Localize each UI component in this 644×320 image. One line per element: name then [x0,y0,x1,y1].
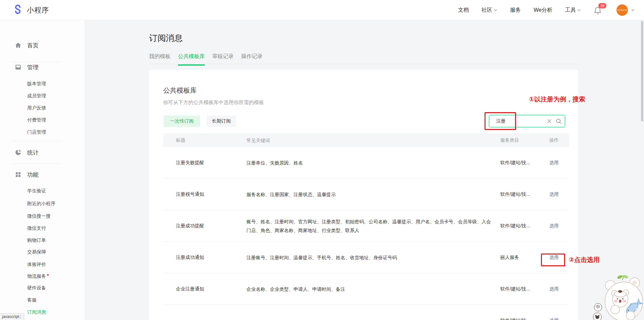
translate-plugin-button[interactable]: 中 [594,303,602,311]
sidebar-item-orders[interactable]: 购物订单 [0,235,85,245]
annotation-box-pick [541,254,565,266]
app-title: 小程序 [27,5,49,15]
tab-bar: 我的模板 公共模板库 审核记录 操作记录 [149,53,263,65]
bear-icon [595,315,600,319]
pick-template-link[interactable]: 选用 [549,223,559,228]
nav-item-services[interactable]: 服务 [510,7,521,14]
tab-my-templates[interactable]: 我的模板 [149,53,171,65]
pick-template-link[interactable]: 选用 [549,286,559,291]
card-subtitle: 你可从下方的公共模板库中选用你所需的模板 [163,99,264,106]
chevron-down-icon [494,9,497,11]
table-row: 注册成功提醒 账号、姓名、注册时间、官方网址、注册类型、初始密码、公司名称、温馨… [163,210,569,242]
account-menu-button[interactable]: NIUSHOP [616,4,635,16]
sidebar-item-version[interactable]: 版本管理 [0,79,85,89]
tab-public-library[interactable]: 公共模板库 [178,53,205,65]
sidebar-item-customer-service[interactable]: 客服 [0,295,85,305]
sidebar-item-stores[interactable]: 门店管理 [0,127,85,137]
table-header-row: 标题 常见关键词 服务类目 操作 [163,133,569,147]
sidebar-section-manage[interactable]: 管理 [0,62,85,72]
col-header-category: 服务类目 [500,137,549,143]
grid-icon [15,171,21,178]
sidebar-item-wechat-pay[interactable]: 微信支付 [0,223,85,233]
table-row: 注册失败提醒 注册单位、失败原因、姓名 软件/建站/技... 选用 [163,147,569,179]
sidebar-item-feedback[interactable]: 用户反馈 [0,103,85,113]
sidebar-section-stats[interactable]: 统计 [0,147,85,157]
pick-template-link[interactable]: 选用 [549,191,559,197]
clear-search-icon[interactable] [546,118,553,125]
sidebar-section-features[interactable]: 功能 [0,170,85,180]
archive-icon [15,64,21,71]
top-navbar: 小程序 文档 社区 服务 We分析 工具 39 NIUSHOP [0,0,644,20]
nav-item-community[interactable]: 社区 [481,7,497,14]
annotation-step1-text: ①以注册为例，搜索 [529,95,585,104]
vertical-scrollbar-thumb[interactable] [641,21,643,122]
nav-item-tools[interactable]: 工具 [565,7,581,14]
col-header-title: 标题 [163,137,246,143]
svg-text:6: 6 [635,306,641,316]
sidebar-item-logistics[interactable]: 物流服务 [0,271,85,281]
public-template-library-card: 公共模板库 你可从下方的公共模板库中选用你所需的模板 一次性订阅 长期订阅 标题… [149,70,578,320]
bear-plugin-button[interactable] [593,313,602,320]
tab-review-records[interactable]: 审核记录 [212,53,234,65]
notification-badge: 39 [598,3,606,8]
tab-operation-records[interactable]: 操作记录 [241,53,263,65]
col-header-action: 操作 [549,137,569,143]
table-row: 企业注册通知 企业名称、企业类型、申请人、申请时间、备注 软件/建站/技... … [163,273,569,305]
sidebar-item-experience-review[interactable]: 体验评价 [0,260,85,270]
sidebar-item-home[interactable]: 首页 [0,40,85,50]
mascot-illustration: 6 [600,275,644,320]
link-target-statusbar: javascript:; [0,313,24,320]
sidebar-divider [11,141,62,141]
annotation-box-search [485,112,516,130]
nav-item-weanalysis[interactable]: We分析 [534,7,552,14]
app-logo[interactable]: 小程序 [13,4,49,16]
pick-template-link[interactable]: 选用 [549,318,559,320]
avatar: NIUSHOP [616,4,628,16]
sidebar-item-payment[interactable]: 付费管理 [0,115,85,125]
nav-item-docs[interactable]: 文档 [458,7,469,14]
card-heading: 公共模板库 [163,86,197,95]
sidebar-item-nearby[interactable]: 附近的小程序 [0,199,85,209]
sidebar-divider [11,164,62,164]
sidebar-item-trade-guarantee[interactable]: 交易保障 [0,247,85,257]
miniprogram-logo-icon [13,4,23,16]
sidebar-item-members[interactable]: 成员管理 [0,91,85,101]
new-feature-dot [47,274,49,276]
chevron-down-icon [631,9,635,11]
home-icon [15,42,21,49]
sidebar-item-search[interactable]: 微信搜一搜 [0,211,85,221]
sidebar-item-hardware[interactable]: 硬件设备 [0,283,85,293]
pick-template-link[interactable]: 选用 [549,160,559,165]
filter-one-time-subscribe[interactable]: 一次性订阅 [164,116,200,127]
template-table: 标题 常见关键词 服务类目 操作 注册失败提醒 注册单位、失败原因、姓名 软件/… [163,133,569,320]
chevron-down-icon [578,9,581,11]
table-row: 注册税号通知 服务名称、注册国家、注册状态、温馨提示 软件/建站/技... 选用 [163,179,569,210]
pie-chart-icon [15,149,21,156]
notification-bell-button[interactable]: 39 [594,5,604,15]
col-header-keywords: 常见关键词 [246,136,500,145]
sidebar-item-student-verify[interactable]: 学生验证 [0,186,85,196]
filter-long-term-subscribe[interactable]: 长期订阅 [206,116,236,127]
search-icon[interactable] [555,118,562,125]
table-row-partial: 软件/建站/技... 选用 [163,305,569,320]
annotation-step2-text: ②点击选用 [569,256,600,264]
table-row-highlighted: 注册成功通知 注册账号、注册时间、温馨提示、手机号、姓名、收货地址、身份证号码 … [163,242,569,273]
page-title: 订阅消息 [149,33,183,44]
sidebar: 首页 管理 版本管理 成员管理 用户反馈 付费管理 门店管理 统计 功能 学生验… [0,20,85,320]
